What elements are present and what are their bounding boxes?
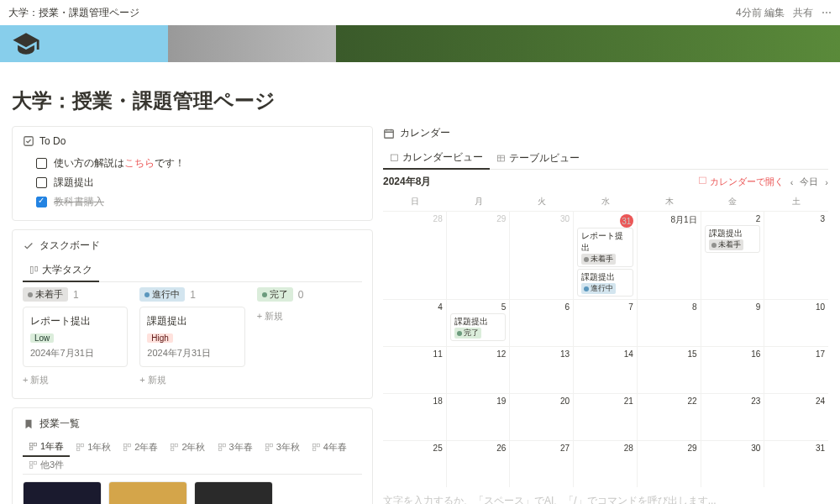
svg-rect-4 <box>34 443 36 445</box>
class-tab[interactable]: 2年春 <box>117 438 164 456</box>
calendar-event[interactable]: 課題提出未着手 <box>705 225 761 253</box>
calendar-day[interactable]: 23 <box>701 394 765 440</box>
svg-rect-18 <box>265 444 268 446</box>
class-card[interactable]: 📙 経済の構造水2地下金山 <box>108 481 187 504</box>
calendar-day[interactable]: 31 <box>764 441 828 487</box>
calendar-event[interactable]: 課題提出完了 <box>450 313 507 341</box>
todo-item[interactable]: 課題提出 <box>23 173 362 192</box>
dow-label: 水 <box>574 196 638 207</box>
svg-rect-9 <box>124 444 127 446</box>
status-tag: 進行中 <box>581 283 616 294</box>
calendar-day[interactable]: 15 <box>638 347 701 393</box>
todo-heading: To Do <box>39 135 66 147</box>
more-icon[interactable]: ⋯ <box>822 7 832 18</box>
class-tab[interactable]: 3年秋 <box>259 438 306 456</box>
calendar-day[interactable]: 19 <box>447 394 511 440</box>
editor-placeholder[interactable]: 文字を入力するか、「スペース」でAI、「/」でコマンドを呼び出します... <box>383 487 828 504</box>
breadcrumb[interactable]: 大学：授業・課題管理ページ <box>8 6 139 20</box>
calendar-open-button[interactable]: カレンダーで開く <box>698 176 784 188</box>
calendar-icon <box>698 176 707 185</box>
add-card-button[interactable]: + 新規 <box>139 370 244 390</box>
calendar-day[interactable]: 4 <box>383 300 447 346</box>
calendar-day[interactable]: 6 <box>510 300 574 346</box>
class-card[interactable]: 🦺 社会福祉政策金4福祉新次 <box>194 481 273 504</box>
status-tag: 未着手 <box>709 239 743 250</box>
calendar-day[interactable]: 25 <box>383 441 447 487</box>
calendar-event[interactable]: レポート提出未着手 <box>577 228 633 267</box>
calendar-day[interactable]: 14 <box>574 347 638 393</box>
svg-rect-28 <box>391 155 397 161</box>
table-view-tab[interactable]: テーブルビュー <box>490 147 586 169</box>
calendar-day[interactable]: 16 <box>701 347 765 393</box>
calendar-day[interactable]: 30 <box>701 441 765 487</box>
calendar-day[interactable]: 18 <box>383 394 447 440</box>
class-card[interactable]: 🔮 Web3.0の歴史火1中本聡 <box>23 481 102 504</box>
calendar-day[interactable]: 24 <box>764 394 828 440</box>
bookmark-icon <box>23 418 34 430</box>
svg-rect-19 <box>270 444 272 446</box>
calendar-day[interactable]: 8 <box>638 300 701 346</box>
todo-item[interactable]: 使い方の解説はこちらです！ <box>23 154 362 173</box>
kanban-card[interactable]: 課題提出High2024年7月31日 <box>139 307 244 367</box>
calendar-day[interactable]: 30 <box>510 212 574 299</box>
calendar-day[interactable]: 31レポート提出未着手課題提出進行中 <box>574 212 638 299</box>
svg-rect-10 <box>128 444 130 446</box>
add-card-button[interactable]: + 新規 <box>257 307 362 326</box>
calendar-day[interactable]: 10 <box>764 300 828 346</box>
todo-item[interactable]: 教科書購入 <box>23 192 362 212</box>
calendar-event[interactable]: 課題提出進行中 <box>577 269 633 297</box>
calendar-day[interactable]: 28 <box>383 212 447 299</box>
calendar-day[interactable]: 20 <box>510 394 574 440</box>
calendar-day[interactable]: 3 <box>764 212 828 299</box>
calendar-icon <box>390 153 399 162</box>
calendar-day[interactable]: 9 <box>701 300 765 346</box>
priority-badge: High <box>147 333 173 343</box>
calendar-day[interactable]: 11 <box>383 347 447 393</box>
checkbox[interactable] <box>36 158 47 169</box>
svg-rect-22 <box>317 444 319 446</box>
svg-rect-17 <box>218 448 221 450</box>
svg-rect-15 <box>218 444 221 446</box>
calendar-day[interactable]: 27 <box>510 441 574 487</box>
add-card-button[interactable]: + 新規 <box>23 370 128 390</box>
board-icon <box>29 265 39 275</box>
calendar-day[interactable]: 29 <box>638 441 701 487</box>
calendar-view-tab[interactable]: カレンダービュー <box>383 147 490 170</box>
class-tab[interactable]: 1年春 <box>23 438 70 457</box>
today-button[interactable]: 今日 <box>800 176 818 188</box>
next-month-button[interactable]: › <box>825 177 828 187</box>
calendar-day[interactable]: 8月1日 <box>638 212 701 299</box>
calendar-month[interactable]: 2024年8月 <box>383 175 431 189</box>
help-link[interactable]: こちら <box>124 157 155 169</box>
class-tab[interactable]: 2年秋 <box>164 438 211 456</box>
calendar-day[interactable]: 12 <box>447 347 511 393</box>
class-tab[interactable]: 他3件 <box>23 456 70 474</box>
calendar-day[interactable]: 17 <box>764 347 828 393</box>
svg-rect-29 <box>497 155 504 161</box>
page-icon[interactable] <box>12 29 40 58</box>
status-tag: 完了 <box>454 328 481 339</box>
calendar-day[interactable]: 29 <box>447 212 511 299</box>
calendar-day[interactable]: 22 <box>638 394 701 440</box>
page-title[interactable]: 大学：授業・課題管理ページ <box>0 62 840 126</box>
checkbox[interactable] <box>36 197 47 207</box>
calendar-day[interactable]: 5課題提出完了 <box>447 300 511 346</box>
calendar-day[interactable]: 7 <box>574 300 638 346</box>
calendar-day[interactable]: 21 <box>574 394 638 440</box>
share-button[interactable]: 共有 <box>793 6 813 20</box>
check-icon <box>23 240 34 252</box>
cover-image[interactable] <box>0 25 840 62</box>
kanban-card[interactable]: レポート提出Low2024年7月31日 <box>23 307 128 367</box>
status-tag: 未着手 <box>581 254 616 265</box>
calendar-day[interactable]: 28 <box>574 441 638 487</box>
svg-rect-21 <box>312 444 315 446</box>
prev-month-button[interactable]: ‹ <box>790 177 794 187</box>
calendar-day[interactable]: 13 <box>510 347 574 393</box>
class-tab[interactable]: 4年春 <box>306 438 353 456</box>
calendar-day[interactable]: 26 <box>447 441 511 487</box>
class-tab[interactable]: 3年春 <box>212 438 259 456</box>
class-tab[interactable]: 1年秋 <box>70 438 117 456</box>
checkbox[interactable] <box>36 177 47 188</box>
taskboard-tab[interactable]: 大学タスク <box>23 260 99 282</box>
calendar-day[interactable]: 2課題提出未着手 <box>701 212 765 299</box>
